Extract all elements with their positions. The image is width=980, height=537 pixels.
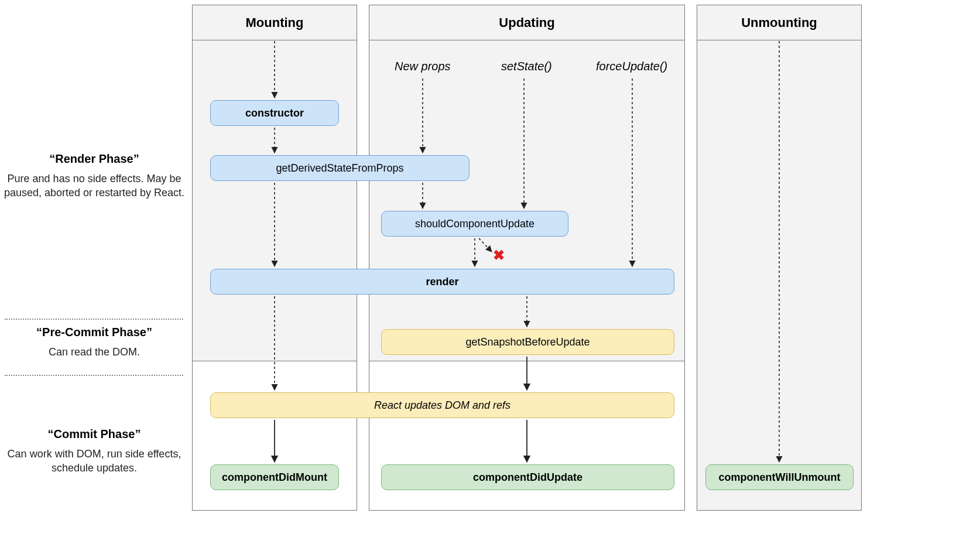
node-reactupdates: React updates DOM and refs [210, 392, 674, 418]
node-cdu[interactable]: componentDidUpdate [381, 464, 674, 490]
trigger-setstate: setState() [501, 60, 552, 73]
col-unmounting-header: Unmounting [697, 5, 861, 40]
divider-2 [5, 375, 183, 376]
node-cdm-label: componentDidMount [222, 471, 327, 484]
commit-phase-desc: Can work with DOM, run side effects, sch… [4, 447, 185, 476]
col-updating: Updating [369, 5, 685, 511]
node-scu[interactable]: shouldComponentUpdate [381, 211, 568, 237]
col-mounting-title: Mounting [246, 15, 304, 30]
col-mounting: Mounting [192, 5, 357, 511]
col-updating-header: Updating [369, 5, 684, 40]
col-unmounting-title: Unmounting [741, 15, 817, 30]
node-cdm[interactable]: componentDidMount [210, 464, 339, 490]
col-mounting-header: Mounting [193, 5, 357, 40]
precommit-phase-title: “Pre-Commit Phase” [4, 326, 185, 339]
node-constructor[interactable]: constructor [210, 100, 339, 126]
node-gsbu-label: getSnapshotBeforeUpdate [465, 336, 590, 348]
node-scu-label: shouldComponentUpdate [415, 218, 534, 230]
precommit-phase-label: “Pre-Commit Phase” Can read the DOM. [4, 326, 185, 359]
trigger-forceupdate: forceUpdate() [596, 60, 667, 73]
precommit-phase-desc: Can read the DOM. [4, 345, 185, 359]
node-constructor-label: constructor [245, 107, 304, 119]
col-updating-title: Updating [499, 15, 554, 30]
node-gsbu[interactable]: getSnapshotBeforeUpdate [381, 329, 674, 355]
node-cwu-label: componentWillUnmount [719, 471, 841, 484]
node-gdsfp-label: getDerivedStateFromProps [276, 162, 403, 175]
render-phase-title: “Render Phase” [4, 152, 185, 166]
trigger-newprops: New props [395, 60, 451, 73]
node-cdu-label: componentDidUpdate [473, 471, 582, 484]
col-mounting-greyzone [193, 40, 357, 361]
node-render-label: render [426, 276, 458, 288]
node-render[interactable]: render [210, 269, 674, 295]
commit-phase-title: “Commit Phase” [4, 427, 185, 441]
halt-marker: ✖ [493, 247, 505, 264]
col-unmounting: Unmounting [697, 5, 862, 511]
render-phase-desc: Pure and has no side effects. May be pau… [4, 172, 185, 200]
commit-phase-label: “Commit Phase” Can work with DOM, run si… [4, 427, 185, 476]
node-reactupdates-label: React updates DOM and refs [374, 399, 510, 412]
divider-1 [5, 319, 183, 320]
node-cwu[interactable]: componentWillUnmount [705, 464, 854, 490]
node-gdsfp[interactable]: getDerivedStateFromProps [210, 155, 470, 181]
col-updating-greyzone [369, 40, 684, 361]
render-phase-label: “Render Phase” Pure and has no side effe… [4, 152, 185, 200]
